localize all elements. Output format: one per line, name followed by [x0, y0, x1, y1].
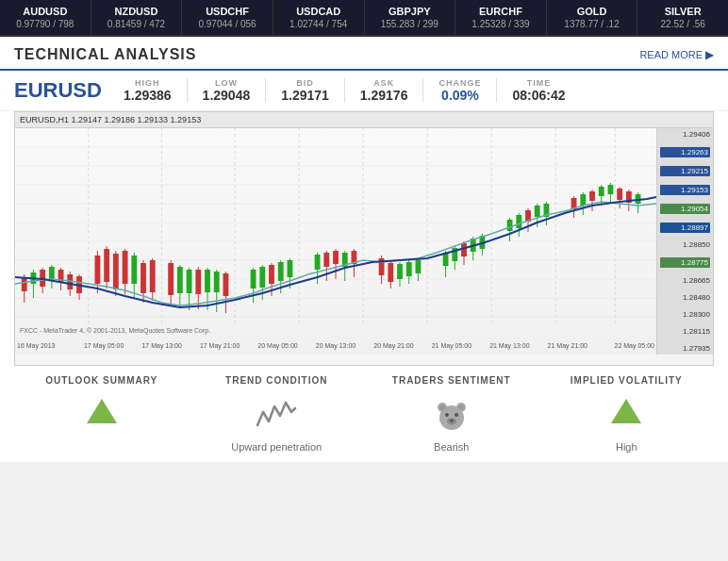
ta-title: TECHNICAL ANALYSIS [14, 46, 196, 63]
svg-rect-68 [278, 262, 284, 281]
svg-rect-118 [599, 187, 604, 196]
price-6: 1.28897 [660, 223, 710, 233]
svg-rect-60 [223, 273, 229, 296]
price-12: 1.28115 [660, 327, 710, 336]
time-value: 08:06:42 [512, 88, 565, 103]
ticker-name: EURCHF [459, 6, 542, 17]
stat-low: LOW 1.29048 [188, 78, 267, 103]
read-more-link[interactable]: READ MORE ▶ [639, 48, 714, 61]
svg-point-131 [439, 404, 445, 410]
summary-labels: OUTLOOK SUMMARY TREND CONDITION TRADERS … [14, 375, 714, 386]
stat-ask: ASK 1.29176 [345, 78, 424, 103]
svg-rect-34 [95, 256, 101, 284]
high-value: 1.29386 [124, 88, 172, 103]
ticker-eurchf[interactable]: EURCHF 1.25328 / 339 [455, 0, 547, 35]
instrument-name: EURUSD [14, 78, 108, 103]
ticker-name: USDCAD [277, 6, 360, 17]
ticker-gold[interactable]: GOLD 1378.77 / .12 [547, 0, 638, 35]
chart-info: EURUSD,H1 1.29147 1.29186 1.29133 1.2915… [15, 112, 713, 128]
sentiment-label: TRADERS SENTIMENT [364, 375, 539, 386]
svg-rect-52 [187, 270, 192, 293]
svg-rect-56 [205, 270, 210, 292]
trend-item: Upward penetration [190, 395, 365, 453]
ticker-price: 0.97790 / 798 [4, 19, 87, 29]
ticker-name: USDCHF [186, 6, 269, 17]
ticker-price: 0.97044 / 056 [186, 19, 269, 29]
svg-rect-76 [333, 251, 339, 264]
svg-rect-36 [104, 249, 109, 282]
svg-point-132 [458, 404, 464, 410]
chart-copyright: FXCC - MetaTrader 4, © 2001-2013, MetaQu… [20, 327, 210, 334]
ticker-name: AUDUSD [4, 6, 87, 17]
stat-time: TIME 08:06:42 [497, 78, 580, 103]
candlestick-chart [15, 128, 656, 336]
ticker-usdcad[interactable]: USDCAD 1.02744 / 754 [273, 0, 365, 35]
svg-point-134 [455, 413, 458, 417]
price-5: 1.29054 [660, 204, 710, 214]
price-2: 1.29263 [660, 147, 710, 157]
change-label: CHANGE [438, 78, 481, 88]
svg-rect-48 [168, 263, 174, 295]
ticker-silver[interactable]: SILVER 22.52 / .56 [637, 0, 728, 35]
svg-rect-84 [388, 263, 393, 282]
ticker-gbpjpy[interactable]: GBPJPY 155.283 / 299 [365, 0, 456, 35]
x-label-9: 21 May 13:00 [481, 342, 538, 349]
ticker-audusd[interactable]: AUDUSD 0.97790 / 798 [0, 0, 91, 35]
summary-section: OUTLOOK SUMMARY TREND CONDITION TRADERS … [0, 366, 728, 462]
trend-text: Upward penetration [231, 441, 322, 453]
ticker-bar: AUDUSD 0.97790 / 798 NZDUSD 0.81459 / 47… [0, 0, 728, 37]
chart-area: FXCC - MetaTrader 4, © 2001-2013, MetaQu… [15, 128, 713, 355]
bear-icon [431, 395, 472, 437]
x-label-3: 17 May 13:00 [133, 342, 190, 349]
ticker-name: GBPJPY [369, 6, 452, 17]
outlook-icon [81, 395, 123, 437]
time-label: TIME [512, 78, 565, 88]
ticker-name: NZDUSD [95, 6, 178, 17]
price-9: 1.28665 [660, 276, 710, 285]
x-label-11: 22 May 05:00 [597, 342, 654, 349]
low-value: 1.29048 [203, 88, 251, 103]
bid-value: 1.29171 [281, 88, 329, 103]
svg-rect-38 [113, 254, 119, 289]
svg-rect-54 [195, 270, 201, 294]
price-4: 1.29153 [660, 185, 710, 195]
svg-rect-64 [259, 267, 265, 288]
price-7: 1.28850 [660, 240, 710, 249]
ticker-price: 1.02744 / 754 [277, 19, 360, 29]
svg-rect-72 [315, 255, 321, 270]
x-label-8: 21 May 05:00 [422, 342, 480, 349]
svg-rect-86 [397, 264, 403, 279]
svg-rect-74 [323, 253, 329, 267]
svg-marker-137 [611, 399, 641, 423]
price-scale: 1.29406 1.29263 1.29215 1.29153 1.29054 … [656, 128, 713, 355]
ticker-nzdusd[interactable]: NZDUSD 0.81459 / 472 [91, 0, 183, 35]
outlook-arrow-up-icon [81, 395, 123, 437]
stat-change: CHANGE 0.09% [423, 78, 497, 103]
outlook-item [14, 395, 190, 453]
stat-high: HIGH 1.29386 [108, 78, 188, 103]
price-3: 1.29215 [660, 166, 710, 176]
svg-rect-66 [269, 265, 274, 284]
main-content: TECHNICAL ANALYSIS READ MORE ▶ EURUSD HI… [0, 37, 728, 462]
low-label: LOW [203, 78, 251, 88]
price-11: 1.28300 [660, 310, 710, 319]
x-axis: 16 May 2013 17 May 05:00 17 May 13:00 17… [15, 336, 656, 355]
change-value: 0.09% [438, 88, 481, 103]
trend-wave-icon [256, 395, 297, 437]
ta-header: TECHNICAL ANALYSIS READ MORE ▶ [0, 37, 728, 71]
bearish-text: Bearish [434, 441, 469, 453]
ticker-usdchf[interactable]: USDCHF 0.97044 / 056 [182, 0, 273, 35]
ticker-name: GOLD [551, 6, 634, 17]
volatility-text: High [616, 441, 637, 453]
svg-rect-42 [131, 256, 137, 284]
svg-point-133 [445, 413, 449, 417]
sentiment-item: Bearish [364, 395, 539, 453]
chart-container: EURUSD,H1 1.29147 1.29186 1.29133 1.2915… [14, 111, 714, 366]
x-label-2: 17 May 05:00 [74, 342, 132, 349]
ticker-price: 22.52 / .56 [641, 19, 724, 29]
svg-rect-40 [123, 251, 128, 284]
read-more-label: READ MORE [639, 49, 703, 60]
svg-rect-58 [214, 272, 220, 292]
summary-icons: Upward penetration [14, 395, 714, 453]
svg-rect-120 [608, 185, 614, 194]
